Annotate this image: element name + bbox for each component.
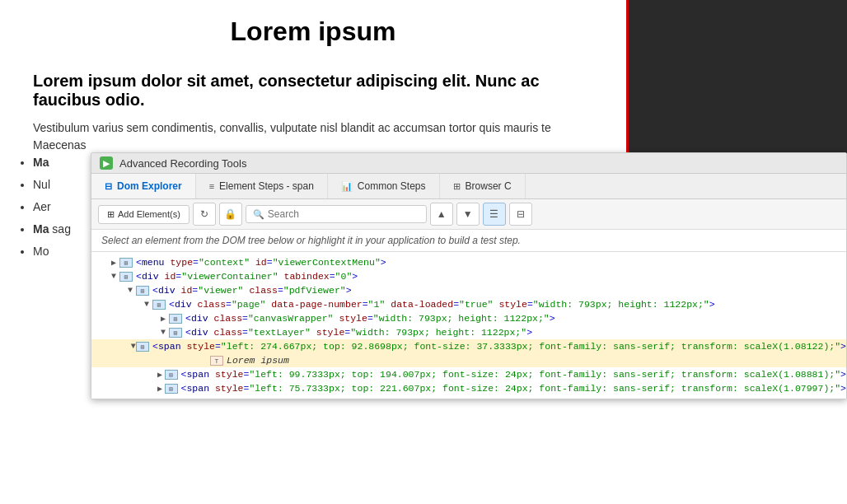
collapse-icon[interactable]: ▶ [108, 258, 119, 268]
lock-button[interactable]: 🔒 [219, 203, 242, 226]
tab-common-steps-label: Common Steps [358, 180, 426, 192]
browser-icon: ⊞ [453, 181, 461, 192]
dom-row-span-2[interactable]: ▶ ⊞ <span style="left: 99.7333px; top: 1… [91, 367, 846, 381]
list-view-button[interactable]: ☰ [483, 203, 506, 226]
refresh-icon: ↻ [200, 208, 208, 220]
down-icon: ▼ [463, 208, 473, 220]
devtools-panel: ▶ Advanced Recording Tools ⊟ Dom Explore… [91, 152, 847, 399]
dom-node-content: <div class="canvasWrapper" style="width:… [185, 313, 555, 324]
dom-row-viewer-container[interactable]: ▼ ⊞ <div id="viewerContainer" tabindex="… [91, 269, 846, 283]
refresh-button[interactable]: ↻ [193, 203, 216, 226]
devtools-title: Advanced Recording Tools [119, 157, 246, 170]
dom-text-content: Lorem ipsum [227, 355, 289, 366]
dom-row-span-3[interactable]: ▶ ⊞ <span style="left: 75.7333px; top: 2… [91, 381, 846, 395]
collapse-icon[interactable]: ▼ [130, 342, 136, 351]
tab-dom-explorer[interactable]: ⊟ Dom Explorer [91, 174, 196, 198]
element-icon: ⊞ [136, 342, 149, 352]
tab-element-steps[interactable]: ≡ Element Steps - span [196, 174, 328, 198]
element-icon: ⊞ [165, 370, 178, 380]
page-body-text: Vestibulum varius sem condimentis, conva… [33, 119, 593, 137]
red-divider [626, 0, 629, 165]
tab-dom-explorer-label: Dom Explorer [117, 180, 182, 192]
devtools-toolbar: ⊞ Add Element(s) ↻ 🔒 🔍 ▲ ▼ ☰ ⊟ [91, 199, 846, 230]
devtools-tab-bar: ⊟ Dom Explorer ≡ Element Steps - span 📊 … [91, 174, 846, 199]
dom-row-text-layer[interactable]: ▼ ⊞ <div class="textLayer" style="width:… [91, 325, 846, 339]
dom-row-span-lorem-ipsum[interactable]: ▼ ⊞ <span style="left: 274.667px; top: 9… [91, 339, 846, 353]
page-title: Lorem ipsum [33, 16, 593, 47]
down-button[interactable]: ▼ [456, 203, 480, 226]
dom-explorer-icon: ⊟ [105, 181, 112, 192]
dom-node-content: <div class="textLayer" style="width: 793… [185, 327, 532, 338]
up-icon: ▲ [437, 208, 447, 220]
dom-node-content: <div class="page" data-page-number="1" d… [169, 299, 715, 310]
common-steps-icon: 📊 [341, 181, 353, 192]
element-icon: ⊞ [169, 314, 182, 324]
up-button[interactable]: ▲ [430, 203, 453, 226]
devtools-logo-icon: ▶ [100, 156, 113, 170]
element-icon: ⊞ [169, 328, 182, 338]
tab-browser-label: Browser C [466, 180, 512, 192]
add-element-button[interactable]: ⊞ Add Element(s) [98, 205, 190, 224]
tab-common-steps[interactable]: 📊 Common Steps [328, 174, 440, 198]
dom-row-menu[interactable]: ▶ ⊞ <menu type="context" id="viewerConte… [91, 255, 846, 269]
search-input[interactable] [268, 208, 419, 220]
add-element-icon: ⊞ [107, 209, 115, 220]
search-box[interactable]: 🔍 [246, 205, 427, 223]
element-icon: ⊞ [136, 286, 149, 296]
dom-row-canvas-wrapper[interactable]: ▶ ⊞ <div class="canvasWrapper" style="wi… [91, 311, 846, 325]
page-subtitle: Lorem ipsum dolor sit amet, consectetur … [33, 72, 593, 110]
devtools-titlebar: ▶ Advanced Recording Tools [91, 153, 846, 174]
element-icon: ⊞ [165, 384, 178, 394]
collapse-icon[interactable]: ▶ [156, 384, 165, 394]
filter-icon: ⊟ [517, 208, 525, 220]
collapse-icon[interactable]: ▼ [141, 300, 152, 309]
dom-row-viewer[interactable]: ▼ ⊞ <div id="viewer" class="pdfViewer"> [91, 283, 846, 297]
collapse-icon[interactable]: ▶ [157, 314, 169, 324]
collapse-icon[interactable]: ▼ [157, 328, 169, 337]
collapse-icon[interactable]: ▼ [124, 286, 136, 295]
page-list-intro: Maecenas [33, 137, 593, 154]
text-node-icon: T [210, 356, 223, 366]
dom-node-content: <span style="left: 99.7333px; top: 194.0… [181, 369, 846, 380]
list-icon: ☰ [489, 208, 498, 220]
dom-row-page[interactable]: ▼ ⊞ <div class="page" data-page-number="… [91, 297, 846, 311]
search-icon: 🔍 [253, 209, 264, 220]
lock-icon: 🔒 [224, 208, 236, 220]
collapse-icon[interactable]: ▼ [108, 272, 119, 281]
element-steps-icon: ≡ [209, 181, 214, 191]
dom-row-lorem-ipsum-text[interactable]: T Lorem ipsum [91, 353, 846, 367]
dom-tree[interactable]: ▶ ⊞ <menu type="context" id="viewerConte… [91, 252, 846, 399]
element-icon: ⊞ [152, 300, 166, 310]
element-icon: ⊞ [119, 258, 133, 268]
devtools-instruction: Select an element from the DOM tree belo… [91, 230, 846, 252]
element-icon: ⊞ [119, 272, 133, 282]
add-element-label: Add Element(s) [118, 209, 180, 219]
tab-browser[interactable]: ⊞ Browser C [440, 174, 526, 198]
dom-node-content: <span style="left: 274.667px; top: 92.86… [152, 341, 846, 352]
dom-node-content: <div id="viewerContainer" tabindex="0"> [136, 271, 358, 282]
dom-node-content: <menu type="context" id="viewerContextMe… [136, 257, 386, 268]
dom-node-content: <div id="viewer" class="pdfViewer"> [152, 285, 352, 296]
dom-node-content: <span style="left: 75.7333px; top: 221.6… [181, 383, 846, 394]
filter-button[interactable]: ⊟ [509, 203, 532, 226]
collapse-icon[interactable]: ▶ [156, 370, 165, 380]
tab-element-steps-label: Element Steps - span [219, 180, 314, 192]
dark-panel [626, 0, 847, 165]
